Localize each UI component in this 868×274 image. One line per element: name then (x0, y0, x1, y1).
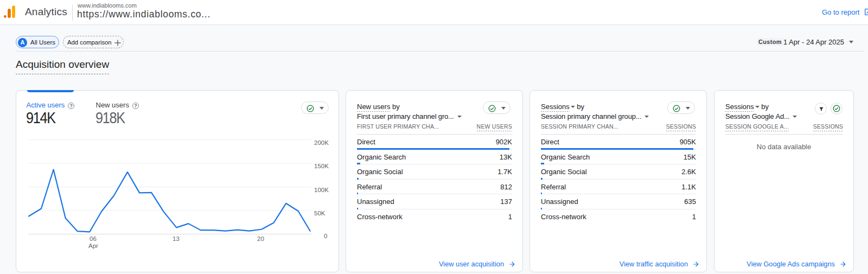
svg-text:100K: 100K (314, 187, 329, 193)
svg-text:200K: 200K (314, 139, 329, 146)
svg-text:13: 13 (173, 235, 180, 242)
svg-text:0: 0 (324, 233, 327, 239)
svg-text:150K: 150K (314, 163, 329, 169)
svg-text:20: 20 (257, 235, 264, 242)
svg-text:06: 06 (90, 235, 97, 242)
svg-text:50K: 50K (314, 210, 326, 216)
svg-text:Apr: Apr (88, 243, 98, 249)
